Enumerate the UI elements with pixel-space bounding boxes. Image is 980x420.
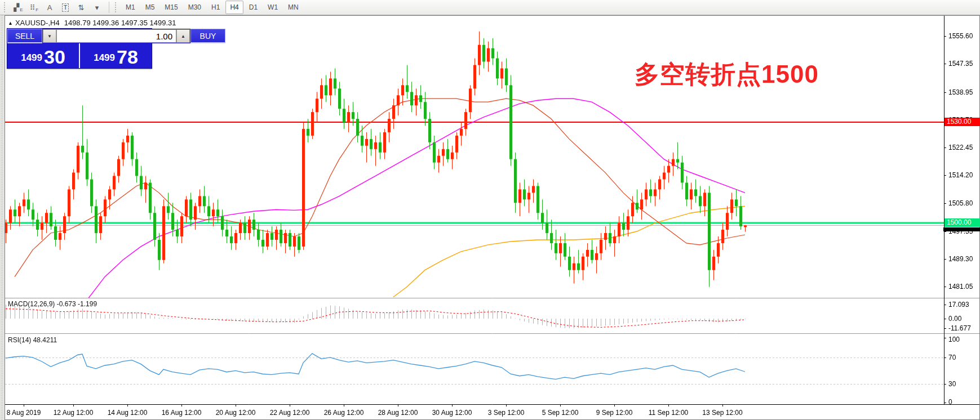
sell-price-main: 1499	[21, 50, 42, 66]
time-tick-label: 5 Sep 12:00	[542, 409, 579, 417]
macd-tick-label: 0.00	[948, 315, 961, 323]
rsi-label: RSI(14) 48.4211	[8, 336, 57, 344]
price-tick-label: 1514.20	[948, 171, 973, 179]
time-tick-label: 20 Aug 12:00	[216, 409, 256, 417]
macd-tick-label: -11.677	[948, 324, 971, 332]
time-tick-label: 8 Aug 2019	[7, 409, 41, 417]
collapse-arrow-icon[interactable]: ▲	[8, 20, 13, 26]
timeframe-button-h4[interactable]: H4	[225, 1, 243, 14]
sell-button[interactable]: SELL	[7, 29, 42, 43]
crosshair-grid-icon[interactable]: ⠿F	[26, 1, 42, 14]
time-tick-label: 3 Sep 12:00	[488, 409, 525, 417]
chart-window: ▲XAUUSD-,H41498.79 1499.36 1497.35 1499.…	[5, 15, 980, 420]
time-tick-label: 14 Aug 12:00	[108, 409, 148, 417]
price-tick-label: 1538.95	[948, 88, 973, 96]
text-label-icon[interactable]: A	[42, 1, 57, 14]
macd-label: MACD(12,26,9) -0.673 -1.199	[8, 300, 97, 308]
time-tick-label: 16 Aug 12:00	[162, 409, 202, 417]
sell-price-display[interactable]: 1499 30	[7, 43, 80, 68]
price-tick-label: 1489.30	[948, 255, 973, 263]
price-tick-label: 1522.45	[948, 144, 973, 151]
rsi-tick-label: 100	[948, 336, 960, 343]
buy-price-main: 1499	[94, 50, 115, 66]
time-tick-label: 22 Aug 12:00	[270, 409, 310, 417]
price-tick-label: 1547.35	[948, 60, 973, 68]
toolbar-grip[interactable]	[4, 2, 7, 12]
objects-arrows-icon[interactable]: ⇅	[73, 1, 89, 14]
volume-decrease-button[interactable]: ▼	[43, 29, 56, 43]
volume-input[interactable]	[56, 29, 176, 43]
buy-price-pips: 78	[117, 47, 138, 66]
timeframe-button-mn[interactable]: MN	[283, 1, 303, 14]
time-tick-label: 28 Aug 12:00	[378, 409, 418, 417]
rsi-tick-label: 30	[948, 380, 956, 388]
time-tick-label: 11 Sep 12:00	[649, 409, 689, 417]
chart-canvas[interactable]	[5, 15, 980, 420]
green-line-price-badge: 1500.00	[944, 218, 980, 227]
buy-button[interactable]: BUY	[190, 29, 225, 43]
timeframe-button-h1[interactable]: H1	[207, 1, 224, 14]
timeframe-button-d1[interactable]: D1	[245, 1, 262, 14]
timeframe-button-m30[interactable]: M30	[184, 1, 206, 14]
red-line-price-badge: 1530.00	[944, 118, 980, 126]
text-box-icon[interactable]: T	[57, 1, 73, 14]
indicators-icon[interactable]: ▞E	[10, 1, 26, 14]
time-tick-label: 13 Sep 12:00	[702, 409, 742, 417]
timeframe-button-m1[interactable]: M1	[121, 1, 140, 14]
bid-price-badge	[943, 227, 980, 231]
timeframe-button-w1[interactable]: W1	[263, 1, 282, 14]
rsi-tick-label: 0	[948, 398, 952, 406]
price-tick-label: 1505.80	[948, 199, 973, 207]
one-click-trading-panel: SELL ▼ ▲ BUY 1499 30 1499 78	[7, 28, 152, 69]
symbol-period-label: XAUUSD-,H4	[15, 19, 60, 27]
price-tick-label: 1481.05	[948, 283, 973, 291]
time-tick-label: 26 Aug 12:00	[324, 409, 364, 417]
mt4-terminal: ▞E⠿FAT⇅▾ M1M5M15M30H1H4D1W1MN ▲XAUUSD-,H…	[0, 0, 980, 420]
timeframe-button-m5[interactable]: M5	[141, 1, 159, 14]
price-tick-label: 1555.60	[948, 32, 973, 40]
ohlc-values: 1498.79 1499.36 1497.35 1499.31	[64, 19, 176, 27]
sell-price-pips: 30	[44, 47, 65, 66]
time-tick-label: 9 Sep 12:00	[596, 409, 633, 417]
volume-increase-button[interactable]: ▲	[176, 29, 190, 43]
toolbar-separator	[109, 2, 109, 13]
drawing-tools-group: ▞E⠿FAT⇅▾	[10, 1, 105, 14]
timeframe-button-m15[interactable]: M15	[160, 1, 182, 14]
timeframes-group: M1M5M15M30H1H4D1W1MN	[121, 1, 303, 14]
dropdown-arrow-icon[interactable]: ▾	[89, 1, 105, 14]
chart-title: ▲XAUUSD-,H41498.79 1499.36 1497.35 1499.…	[8, 19, 176, 27]
toolbar-grip-2[interactable]	[115, 2, 118, 12]
top-toolbar: ▞E⠿FAT⇅▾ M1M5M15M30H1H4D1W1MN	[0, 0, 980, 15]
buy-price-display[interactable]: 1499 78	[80, 43, 152, 68]
time-tick-label: 12 Aug 12:00	[54, 409, 94, 417]
macd-tick-label: 17.093	[948, 301, 969, 309]
chart-text-annotation: 多空转折点1500	[635, 58, 819, 91]
time-tick-label: 30 Aug 12:00	[432, 409, 472, 417]
rsi-tick-label: 70	[948, 354, 956, 361]
